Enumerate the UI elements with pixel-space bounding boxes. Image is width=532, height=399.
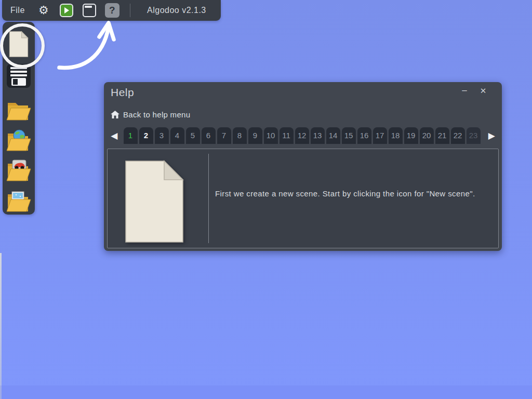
components-folder-icon [6,159,31,183]
page-tab-21[interactable]: 21 [435,127,449,144]
file-menu-button[interactable]: File [2,6,32,15]
page-tab-11[interactable]: 11 [280,127,294,144]
page-tab-7[interactable]: 7 [217,127,231,144]
window-layout-button[interactable] [82,3,97,18]
page-tab-12[interactable]: 12 [295,127,309,144]
page-tab-6[interactable]: 6 [202,127,216,144]
help-body-text: First we create a new scene. Start by cl… [215,188,498,200]
page-tab-5[interactable]: 5 [186,127,200,144]
help-window: Help – ✕ Back to help menu ◀ 12345678910… [104,82,502,251]
page-tab-16[interactable]: 16 [357,127,371,144]
page-tab-14[interactable]: 14 [326,127,340,144]
back-to-help-menu-label: Back to help menu [123,110,190,119]
new-scene-button[interactable] [5,28,33,60]
back-to-help-menu-link[interactable]: Back to help menu [111,110,190,119]
page-tab-10[interactable]: 10 [264,127,278,144]
settings-button[interactable]: ⚙ [36,3,51,18]
save-scene-icon [7,64,31,88]
scene-ground-edge [0,253,2,399]
open-components-button[interactable] [5,158,33,184]
textures-folder-icon [6,190,31,214]
page-tab-18[interactable]: 18 [389,127,403,144]
help-icon: ? [105,3,119,18]
online-scenes-folder-icon [6,129,31,153]
page-navigation: ◀ 1234567891011121314151617181920212223 … [108,127,498,144]
open-textures-button[interactable] [5,188,33,215]
previous-page-button[interactable]: ◀ [108,130,121,141]
close-button[interactable]: ✕ [478,86,488,96]
file-sidebar [3,22,35,215]
page-tab-17[interactable]: 17 [373,127,387,144]
page-tab-15[interactable]: 15 [342,127,356,144]
page-tab-22[interactable]: 22 [451,127,465,144]
page-tab-13[interactable]: 13 [311,127,325,144]
page-tab-9[interactable]: 9 [248,127,262,144]
toolbar-separator [130,4,130,17]
app-version-label: Algodoo v2.1.3 [132,6,221,15]
help-window-title: Help [111,86,134,99]
home-icon [111,111,119,119]
play-button[interactable] [59,3,74,18]
page-tab-3[interactable]: 3 [155,127,169,144]
page-tabs: 1234567891011121314151617181920212223 [124,127,481,144]
help-button[interactable]: ? [104,3,120,18]
window-layout-icon [83,4,96,17]
content-divider [208,154,209,243]
top-toolbar: File ⚙ ? Algodoo v2.1.3 [2,0,221,21]
gear-icon: ⚙ [38,5,49,16]
open-scene-button[interactable] [5,98,33,124]
page-tab-19[interactable]: 19 [404,127,418,144]
page-tab-1[interactable]: 1 [124,127,138,144]
page-tab-4[interactable]: 4 [170,127,184,144]
save-scene-button[interactable] [5,62,33,90]
minimize-button[interactable]: – [459,85,470,96]
new-scene-icon [7,30,30,59]
page-tab-23[interactable]: 23 [467,127,481,144]
scene-bottom-band [0,385,532,399]
next-page-button[interactable]: ▶ [486,130,498,141]
browse-online-scenes-button[interactable] [5,127,33,154]
play-icon [60,4,73,17]
help-content-panel: First we create a new scene. Start by cl… [107,149,499,248]
page-tab-20[interactable]: 20 [420,127,434,144]
open-scene-folder-icon [6,99,31,122]
page-tab-8[interactable]: 8 [233,127,247,144]
new-scene-document-icon [124,160,185,243]
page-tab-2[interactable]: 2 [139,127,153,144]
